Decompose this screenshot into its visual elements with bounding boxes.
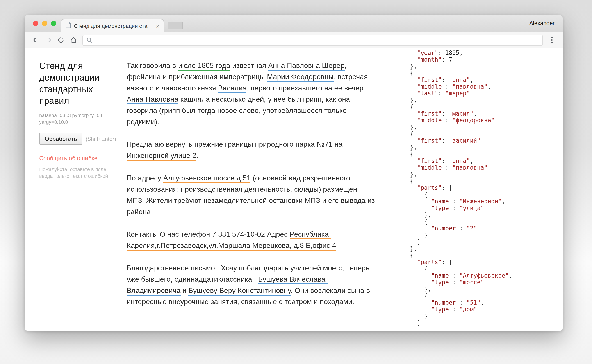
address-entity: Алтуфьевское шоссе д.51: [163, 174, 251, 183]
browser-window: Стенд для демонстрации ста × Alexander: [25, 15, 563, 331]
new-tab-button[interactable]: [168, 21, 183, 29]
name-entity: Анна Павловна: [127, 95, 178, 104]
profile-name: Alexander: [529, 20, 555, 26]
name-entity: Марии Феодоровны: [267, 73, 334, 82]
tab-title: Стенд для демонстрации ста: [74, 23, 153, 29]
window-titlebar[interactable]: Стенд для демонстрации ста × Alexander: [25, 15, 563, 32]
report-note: Пожалуйста, оставьте в поле ввода только…: [39, 166, 111, 179]
text-paragraph: Так говорила в июле 1805 года известная …: [127, 60, 375, 127]
reload-button[interactable]: [54, 34, 67, 46]
name-entity: Василия: [218, 84, 247, 93]
text-input-area[interactable]: Так говорила в июле 1805 года известная …: [127, 48, 401, 331]
date-entity: июле 1805 года: [178, 62, 230, 71]
text-segment: Предлагаю вернуть прежние границы природ…: [127, 140, 344, 148]
tab-close-icon[interactable]: ×: [156, 23, 160, 29]
text-segment: .: [196, 152, 198, 159]
desktop-background: Стенд для демонстрации ста × Alexander: [0, 0, 592, 364]
json-panel: "year": 1805, "month": 7 }, { "first": "…: [401, 48, 563, 331]
name-entity: Бушуеву Веру Константиновну: [188, 287, 291, 296]
browser-toolbar: [25, 32, 563, 48]
shortcut-hint: (Shift+Enter): [86, 136, 116, 142]
zoom-window-button[interactable]: [51, 21, 56, 26]
text-paragraph: По адресу Алтуфьевское шоссе д.51 (основ…: [127, 172, 375, 217]
text-paragraph: Благодарственное письмо Хочу поблагодари…: [127, 262, 375, 307]
page-favicon-icon: [65, 22, 71, 30]
text-segment: Контакты О нас телефон 7 881 574-10-02 А…: [127, 230, 290, 238]
home-button[interactable]: [67, 34, 80, 46]
sidebar: Стенд для демонстрации стандартных прави…: [25, 48, 127, 331]
text-paragraph: Контакты О нас телефон 7 881 574-10-02 А…: [127, 228, 375, 251]
name-entity: Анна Павловна Шерер: [268, 62, 344, 71]
minimize-window-button[interactable]: [42, 21, 47, 26]
text-segment: Так говорила в: [127, 62, 178, 69]
close-window-button[interactable]: [33, 21, 38, 26]
address-bar[interactable]: [82, 34, 543, 46]
browser-tab[interactable]: Стенд для демонстрации ста ×: [61, 19, 164, 32]
json-output: "year": 1805, "month": 7 }, { "first": "…: [410, 50, 563, 326]
process-button[interactable]: Обработать: [39, 133, 82, 145]
address-entity: Инженерной улице 2: [127, 152, 196, 161]
back-button[interactable]: [29, 34, 42, 46]
text-segment: Благодарственное письмо Хочу поблагодари…: [127, 264, 371, 283]
text-segment: По адресу: [127, 174, 163, 182]
report-error-link[interactable]: Сообщить об ошибке: [39, 155, 98, 162]
page-content: Стенд для демонстрации стандартных прави…: [25, 48, 563, 331]
traffic-lights: [33, 21, 56, 26]
text-segment: и: [181, 287, 188, 294]
page-title: Стенд для демонстрации стандартных прави…: [39, 60, 117, 107]
address-input[interactable]: [95, 37, 539, 43]
menu-button[interactable]: [545, 34, 558, 46]
search-icon: [87, 37, 92, 43]
forward-button[interactable]: [42, 34, 54, 46]
text-paragraph: Предлагаю вернуть прежние границы природ…: [127, 139, 375, 161]
text-segment: известная: [230, 62, 268, 69]
version-info: natasha=0.8.3 pymorphy=0.8 yargy=0.10.0: [39, 112, 117, 125]
text-segment: , первого приехавшего на ее вечер.: [247, 84, 368, 92]
